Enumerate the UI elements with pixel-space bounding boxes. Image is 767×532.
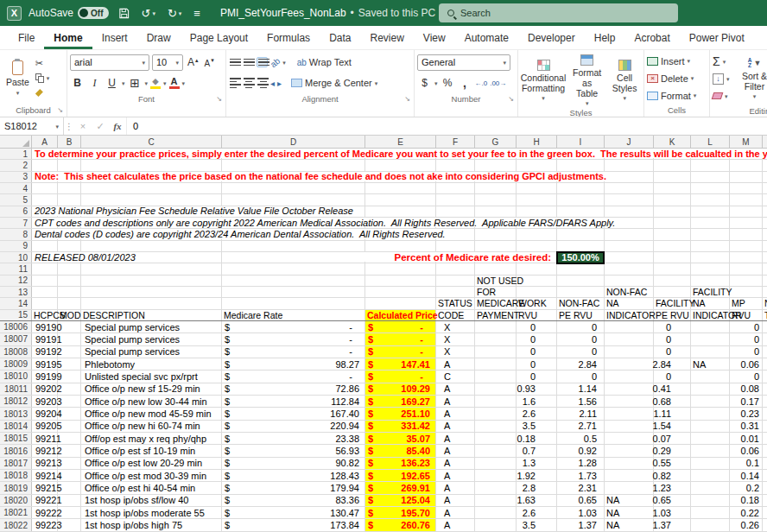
row-header-9[interactable]: 9 bbox=[0, 241, 32, 251]
tab-review[interactable]: Review bbox=[360, 26, 413, 49]
search-box[interactable]: Search bbox=[439, 3, 678, 22]
decrease-decimal-button[interactable]: .00→ bbox=[490, 75, 506, 91]
cell-M8[interactable] bbox=[730, 229, 763, 239]
cell-F18022[interactable]: A bbox=[436, 519, 475, 530]
cell-H14[interactable]: WORK bbox=[517, 298, 557, 308]
cell-M18014[interactable]: 0.31 bbox=[730, 421, 763, 432]
cell-N14[interactable]: N bbox=[763, 298, 767, 308]
cell-F5[interactable] bbox=[436, 194, 475, 205]
middle-align-button[interactable] bbox=[243, 58, 254, 67]
column-header-F[interactable]: F bbox=[436, 136, 475, 148]
cell-A18011[interactable]: 99202 bbox=[32, 383, 58, 395]
cell-B18018[interactable] bbox=[58, 470, 81, 481]
cell-J18010[interactable] bbox=[605, 370, 654, 382]
cell-D18007[interactable]: $- bbox=[222, 333, 365, 345]
cell-E11[interactable] bbox=[365, 263, 436, 274]
decrease-indent-button[interactable]: ◂ bbox=[270, 75, 275, 91]
cell-D18017[interactable]: $90.82 bbox=[222, 458, 365, 469]
cell-B18009[interactable] bbox=[58, 358, 81, 370]
column-header-J[interactable]: J bbox=[605, 136, 654, 148]
cell-F18013[interactable]: A bbox=[436, 408, 475, 419]
cell-K18021[interactable]: 1.03 bbox=[654, 507, 691, 518]
cell-F12[interactable] bbox=[436, 276, 475, 286]
cell-N18007[interactable] bbox=[763, 333, 767, 345]
cell-N3[interactable] bbox=[763, 172, 767, 182]
cell-M10[interactable] bbox=[730, 252, 763, 263]
cell-M9[interactable] bbox=[730, 241, 763, 251]
cell-F6[interactable] bbox=[436, 206, 475, 217]
cell-A4[interactable] bbox=[32, 183, 58, 193]
cell-D15[interactable]: Medicare Rate bbox=[222, 310, 365, 320]
cell-N18016[interactable] bbox=[763, 445, 767, 456]
cell-G18017[interactable] bbox=[475, 458, 517, 469]
cell-F15[interactable]: CODE bbox=[436, 310, 475, 320]
cell-G18010[interactable] bbox=[475, 370, 517, 382]
cell-I9[interactable] bbox=[557, 241, 605, 251]
cell-A18015[interactable]: 99211 bbox=[32, 433, 58, 444]
cell-D4[interactable] bbox=[222, 183, 365, 193]
cell-N18006[interactable] bbox=[763, 321, 767, 332]
row-header-3[interactable]: 3 bbox=[0, 172, 32, 182]
column-header-L[interactable]: L bbox=[691, 136, 730, 148]
cell-N5[interactable] bbox=[763, 194, 767, 205]
cell-E18020[interactable]: $125.04 bbox=[365, 495, 436, 506]
conditional-formatting-button[interactable]: Conditional Formatting▾ bbox=[521, 53, 566, 108]
cell-L18022[interactable] bbox=[691, 519, 730, 530]
cell-M18019[interactable]: 0.2 bbox=[730, 482, 763, 493]
cell-A18010[interactable]: 99199 bbox=[32, 370, 58, 382]
cell-K9[interactable] bbox=[654, 241, 691, 251]
cell-B18021[interactable] bbox=[58, 507, 81, 518]
cell-B18008[interactable] bbox=[58, 346, 81, 358]
cell-D18020[interactable]: $83.36 bbox=[222, 495, 365, 506]
cell-B18014[interactable] bbox=[58, 421, 81, 432]
alignment-dialog-launcher[interactable]: ↘ bbox=[404, 95, 410, 103]
cell-J18020[interactable]: NA bbox=[605, 495, 654, 506]
cell-N11[interactable] bbox=[763, 263, 767, 274]
cell-J6[interactable] bbox=[605, 206, 654, 217]
cell-D18006[interactable]: $- bbox=[222, 321, 365, 332]
font-size-combo[interactable]: 10▾ bbox=[152, 54, 183, 71]
cell-D18015[interactable]: $23.38 bbox=[222, 433, 365, 444]
cell-M18016[interactable]: 0.06 bbox=[730, 445, 763, 456]
format-painter-button[interactable] bbox=[35, 87, 50, 99]
row-header-6[interactable]: 6 bbox=[0, 206, 32, 217]
tab-data[interactable]: Data bbox=[320, 26, 360, 49]
cell-D2[interactable] bbox=[222, 160, 365, 170]
cell-E4[interactable] bbox=[365, 183, 436, 193]
row-header-2[interactable]: 2 bbox=[0, 160, 32, 170]
name-box[interactable]: S18012▾ bbox=[0, 117, 64, 135]
cell-J12[interactable] bbox=[605, 276, 654, 286]
cell-L18007[interactable] bbox=[691, 333, 730, 345]
cell-K18013[interactable]: 1.11 bbox=[654, 408, 691, 419]
cell-I18006[interactable]: 0 bbox=[557, 321, 605, 332]
cell-E14[interactable] bbox=[365, 298, 436, 308]
cancel-entry-icon[interactable]: × bbox=[74, 117, 92, 135]
cell-L18011[interactable] bbox=[691, 383, 730, 395]
cell-N18011[interactable] bbox=[763, 383, 767, 395]
cell-B18007[interactable] bbox=[58, 333, 81, 345]
borders-button[interactable]: ⊞ bbox=[128, 76, 143, 91]
cell-N18010[interactable] bbox=[763, 370, 767, 382]
cell-A13[interactable] bbox=[32, 287, 58, 297]
column-header-C[interactable]: C bbox=[81, 136, 222, 148]
cell-G8[interactable] bbox=[475, 229, 517, 239]
cell-G18021[interactable] bbox=[475, 507, 517, 518]
row-header-18015[interactable]: 18015 bbox=[0, 433, 32, 444]
cell-K18015[interactable]: 0.07 bbox=[654, 433, 691, 444]
cell-H18010[interactable]: 0 bbox=[517, 370, 557, 382]
cell-K10[interactable] bbox=[654, 252, 691, 263]
cell-H18015[interactable]: 0.18 bbox=[517, 433, 557, 444]
clear-button[interactable]: ▾ bbox=[713, 88, 730, 104]
cell-I18011[interactable]: 1.14 bbox=[557, 383, 605, 395]
cell-I18010[interactable]: 0 bbox=[557, 370, 605, 382]
quick-access-menu-button[interactable]: ≡ bbox=[191, 7, 203, 20]
column-header-B[interactable]: B bbox=[58, 136, 81, 148]
cell-G18009[interactable] bbox=[475, 358, 517, 370]
cell-A11[interactable] bbox=[32, 263, 58, 274]
cell-H18011[interactable]: 0.93 bbox=[517, 383, 557, 395]
cell-M6[interactable] bbox=[730, 206, 763, 217]
cell-C18019[interactable]: Office o/p est hi 40-54 min bbox=[81, 482, 222, 493]
cell-I5[interactable] bbox=[557, 194, 605, 205]
column-header-I[interactable]: I bbox=[557, 136, 605, 148]
tab-home[interactable]: Home bbox=[44, 26, 92, 49]
